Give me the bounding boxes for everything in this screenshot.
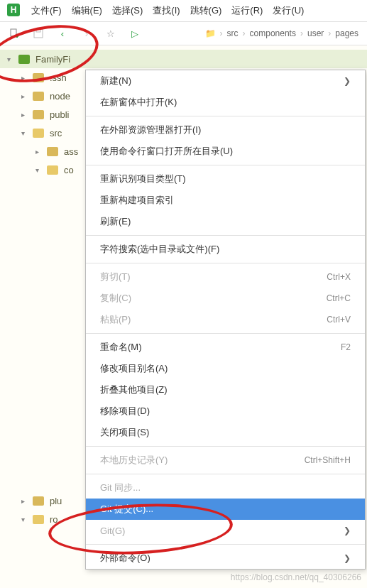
- breadcrumb-separator: ›: [243, 28, 246, 38]
- context-menu-item[interactable]: 折叠其他项目(Z): [86, 379, 365, 401]
- context-menu-shortcut: Ctrl+Shift+H: [305, 455, 351, 465]
- back-icon[interactable]: ‹: [57, 28, 68, 39]
- context-menu-item[interactable]: 刷新(E): [86, 211, 365, 232]
- context-menu-item[interactable]: 重新识别项目类型(T): [86, 168, 365, 190]
- context-menu-item[interactable]: Git(G)❯: [86, 520, 365, 541]
- tree-label: .ssh: [50, 72, 67, 83]
- context-menu-item[interactable]: 粘贴(P)Ctrl+V: [86, 309, 365, 330]
- folder-icon: [47, 147, 58, 156]
- chevron-right-icon: ❯: [344, 76, 351, 86]
- tree-label: ro: [50, 514, 58, 525]
- context-menu-item[interactable]: Git 提交(C)...: [86, 499, 365, 520]
- context-menu-separator: [86, 333, 365, 334]
- context-menu-separator: [86, 446, 365, 447]
- tree-label: src: [50, 128, 62, 138]
- breadcrumb-separator: ›: [220, 28, 223, 38]
- context-menu-separator: [86, 165, 365, 165]
- context-menu-shortcut: Ctrl+X: [327, 272, 351, 282]
- menu-goto[interactable]: 跳转(G): [190, 4, 222, 17]
- context-menu-label: 复制(C): [100, 292, 131, 305]
- context-menu-label: 移除项目(D): [100, 405, 150, 418]
- chevron-right-icon: ❯: [344, 553, 351, 563]
- context-menu-item[interactable]: 本地历史记录(Y)Ctrl+Shift+H: [86, 450, 365, 471]
- context-menu-separator: [86, 235, 365, 236]
- context-menu-item[interactable]: 新建(N)❯: [86, 70, 365, 92]
- context-menu-label: 字符搜索(选中目录或文件)(F): [100, 243, 219, 256]
- folder-icon: [33, 496, 44, 506]
- save-icon[interactable]: [33, 28, 44, 39]
- tree-label: plu: [50, 496, 62, 506]
- context-menu-label: 修改项目别名(A): [100, 362, 168, 375]
- chevron-right-icon: ❯: [344, 526, 351, 535]
- context-menu-item[interactable]: Git 同步...: [86, 477, 365, 499]
- context-menu-label: 重命名(M): [100, 341, 142, 354]
- chevron-right-icon: ▸: [21, 74, 30, 82]
- menu-find[interactable]: 查找(I): [153, 4, 180, 17]
- chevron-down-icon: ▾: [35, 166, 44, 174]
- folder-icon: [47, 165, 58, 175]
- context-menu-separator: [86, 474, 365, 474]
- context-menu-item[interactable]: 剪切(T)Ctrl+X: [86, 266, 365, 288]
- menubar: 文件(F) 编辑(E) 选择(S) 查找(I) 跳转(G) 运行(R) 发行(U…: [0, 0, 367, 22]
- menu-edit[interactable]: 编辑(E): [72, 4, 102, 17]
- folder-icon: [33, 129, 44, 138]
- context-menu-label: Git 同步...: [100, 481, 141, 494]
- context-menu-label: 在外部资源管理器打开(I): [100, 124, 201, 136]
- context-menu-label: 在新窗体中打开(K): [100, 96, 177, 109]
- context-menu-label: Git 提交(C)...: [100, 503, 153, 516]
- chevron-right-icon: ▸: [21, 497, 30, 505]
- context-menu-shortcut: Ctrl+V: [327, 315, 351, 325]
- context-menu-item[interactable]: 重新构建项目索引: [86, 190, 365, 211]
- context-menu-label: 关闭项目(S): [100, 426, 149, 439]
- context-menu-item[interactable]: 使用命令行窗口打开所在目录(U): [86, 141, 365, 162]
- forward-icon[interactable]: ›: [81, 28, 92, 39]
- new-file-icon[interactable]: [9, 28, 20, 39]
- context-menu-item[interactable]: 重命名(M)F2: [86, 337, 365, 358]
- svg-rect-4: [36, 29, 40, 32]
- context-menu-item[interactable]: 在外部资源管理器打开(I): [86, 119, 365, 141]
- tree-label: publi: [50, 109, 69, 120]
- context-menu-separator: [86, 116, 365, 116]
- breadcrumb-item[interactable]: pages: [335, 28, 358, 38]
- breadcrumb-separator: ›: [328, 28, 331, 38]
- context-menu-label: 使用命令行窗口打开所在目录(U): [100, 145, 233, 158]
- folder-icon: [33, 73, 44, 82]
- menu-select[interactable]: 选择(S): [112, 4, 143, 17]
- menu-run[interactable]: 运行(R): [231, 4, 263, 17]
- tree-root[interactable]: ▾ FamilyFi: [0, 50, 367, 68]
- breadcrumb-item[interactable]: user: [307, 28, 324, 38]
- breadcrumb-item[interactable]: src: [227, 28, 239, 38]
- context-menu-shortcut: Ctrl+C: [327, 293, 351, 303]
- context-menu-item[interactable]: 外部命令(O)❯: [86, 548, 365, 569]
- context-menu-item[interactable]: 修改项目别名(A): [86, 358, 365, 379]
- tree-label: node: [50, 91, 70, 102]
- folder-icon: [33, 110, 44, 119]
- breadcrumb-item[interactable]: components: [250, 28, 296, 38]
- context-menu-separator: [86, 263, 365, 263]
- context-menu-label: 刷新(E): [100, 215, 131, 228]
- context-menu-label: 折叠其他项目(Z): [100, 383, 168, 396]
- folder-icon: [18, 55, 30, 64]
- chevron-down-icon: ▾: [21, 129, 30, 137]
- chevron-right-icon: ▸: [21, 111, 30, 119]
- context-menu-item[interactable]: 在新窗体中打开(K): [86, 92, 365, 113]
- context-menu-item[interactable]: 移除项目(D): [86, 401, 365, 422]
- menu-publish[interactable]: 发行(U): [273, 4, 304, 17]
- context-menu: 新建(N)❯在新窗体中打开(K)在外部资源管理器打开(I)使用命令行窗口打开所在…: [85, 70, 366, 570]
- toolbar: ‹ › ☆ ▷ 📁 › src › components › user › pa…: [0, 22, 367, 45]
- run-icon[interactable]: ▷: [129, 28, 141, 39]
- context-menu-item[interactable]: 字符搜索(选中目录或文件)(F): [86, 239, 365, 260]
- context-menu-item[interactable]: 关闭项目(S): [86, 422, 365, 443]
- tree-label: ass: [64, 146, 78, 157]
- chevron-right-icon: ▸: [21, 92, 30, 100]
- breadcrumbs: 📁 › src › components › user › pages: [205, 28, 358, 38]
- context-menu-label: Git(G): [100, 526, 125, 536]
- context-menu-label: 粘贴(P): [100, 313, 131, 326]
- folder-icon: [33, 515, 44, 524]
- menu-file[interactable]: 文件(F): [31, 4, 62, 17]
- breadcrumb-folder-icon: 📁: [205, 28, 216, 38]
- context-menu-label: 重新识别项目类型(T): [100, 173, 186, 185]
- context-menu-item[interactable]: 复制(C)Ctrl+C: [86, 288, 365, 309]
- context-menu-label: 重新构建项目索引: [100, 194, 174, 207]
- star-icon[interactable]: ☆: [105, 28, 116, 39]
